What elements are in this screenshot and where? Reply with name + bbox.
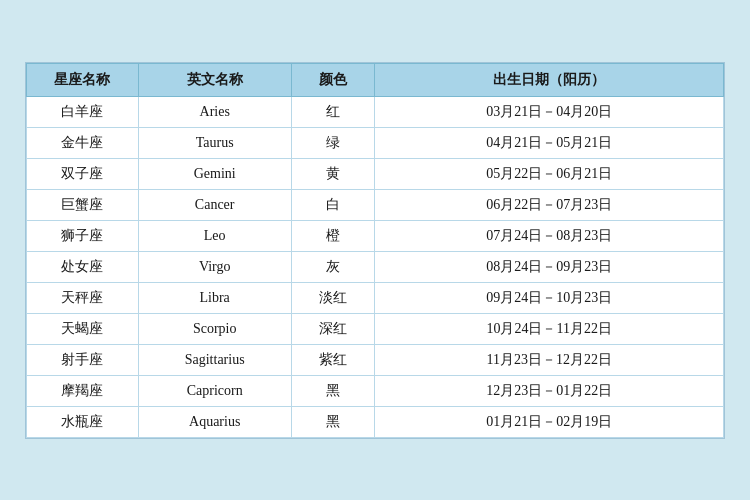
- cell-chinese-name: 天秤座: [27, 282, 139, 313]
- table-row: 天蝎座Scorpio深红10月24日－11月22日: [27, 313, 724, 344]
- table-row: 金牛座Taurus绿04月21日－05月21日: [27, 127, 724, 158]
- cell-chinese-name: 狮子座: [27, 220, 139, 251]
- cell-english-name: Scorpio: [138, 313, 291, 344]
- table-row: 白羊座Aries红03月21日－04月20日: [27, 96, 724, 127]
- cell-english-name: Libra: [138, 282, 291, 313]
- cell-chinese-name: 双子座: [27, 158, 139, 189]
- header-color: 颜色: [291, 63, 375, 96]
- header-english-name: 英文名称: [138, 63, 291, 96]
- cell-english-name: Aries: [138, 96, 291, 127]
- cell-color: 黑: [291, 406, 375, 437]
- cell-chinese-name: 处女座: [27, 251, 139, 282]
- cell-english-name: Capricorn: [138, 375, 291, 406]
- table-row: 处女座Virgo灰08月24日－09月23日: [27, 251, 724, 282]
- table-row: 双子座Gemini黄05月22日－06月21日: [27, 158, 724, 189]
- table-row: 狮子座Leo橙07月24日－08月23日: [27, 220, 724, 251]
- table-row: 巨蟹座Cancer白06月22日－07月23日: [27, 189, 724, 220]
- cell-date: 12月23日－01月22日: [375, 375, 724, 406]
- cell-english-name: Taurus: [138, 127, 291, 158]
- zodiac-table: 星座名称 英文名称 颜色 出生日期（阳历） 白羊座Aries红03月21日－04…: [26, 63, 724, 438]
- cell-date: 05月22日－06月21日: [375, 158, 724, 189]
- header-date: 出生日期（阳历）: [375, 63, 724, 96]
- cell-english-name: Gemini: [138, 158, 291, 189]
- table-row: 水瓶座Aquarius黑01月21日－02月19日: [27, 406, 724, 437]
- cell-chinese-name: 射手座: [27, 344, 139, 375]
- cell-english-name: Sagittarius: [138, 344, 291, 375]
- cell-english-name: Cancer: [138, 189, 291, 220]
- cell-color: 淡红: [291, 282, 375, 313]
- cell-color: 黑: [291, 375, 375, 406]
- cell-chinese-name: 水瓶座: [27, 406, 139, 437]
- cell-chinese-name: 天蝎座: [27, 313, 139, 344]
- table-row: 天秤座Libra淡红09月24日－10月23日: [27, 282, 724, 313]
- cell-chinese-name: 巨蟹座: [27, 189, 139, 220]
- cell-date: 01月21日－02月19日: [375, 406, 724, 437]
- cell-color: 黄: [291, 158, 375, 189]
- cell-chinese-name: 摩羯座: [27, 375, 139, 406]
- cell-english-name: Virgo: [138, 251, 291, 282]
- cell-date: 10月24日－11月22日: [375, 313, 724, 344]
- cell-date: 09月24日－10月23日: [375, 282, 724, 313]
- cell-english-name: Leo: [138, 220, 291, 251]
- cell-chinese-name: 白羊座: [27, 96, 139, 127]
- cell-chinese-name: 金牛座: [27, 127, 139, 158]
- cell-color: 白: [291, 189, 375, 220]
- cell-color: 深红: [291, 313, 375, 344]
- table-header-row: 星座名称 英文名称 颜色 出生日期（阳历）: [27, 63, 724, 96]
- table-row: 摩羯座Capricorn黑12月23日－01月22日: [27, 375, 724, 406]
- header-chinese-name: 星座名称: [27, 63, 139, 96]
- zodiac-table-container: 星座名称 英文名称 颜色 出生日期（阳历） 白羊座Aries红03月21日－04…: [25, 62, 725, 439]
- cell-date: 03月21日－04月20日: [375, 96, 724, 127]
- cell-color: 橙: [291, 220, 375, 251]
- cell-color: 紫红: [291, 344, 375, 375]
- cell-date: 11月23日－12月22日: [375, 344, 724, 375]
- cell-english-name: Aquarius: [138, 406, 291, 437]
- cell-date: 08月24日－09月23日: [375, 251, 724, 282]
- cell-color: 红: [291, 96, 375, 127]
- cell-color: 绿: [291, 127, 375, 158]
- table-row: 射手座Sagittarius紫红11月23日－12月22日: [27, 344, 724, 375]
- cell-date: 07月24日－08月23日: [375, 220, 724, 251]
- cell-date: 06月22日－07月23日: [375, 189, 724, 220]
- cell-color: 灰: [291, 251, 375, 282]
- cell-date: 04月21日－05月21日: [375, 127, 724, 158]
